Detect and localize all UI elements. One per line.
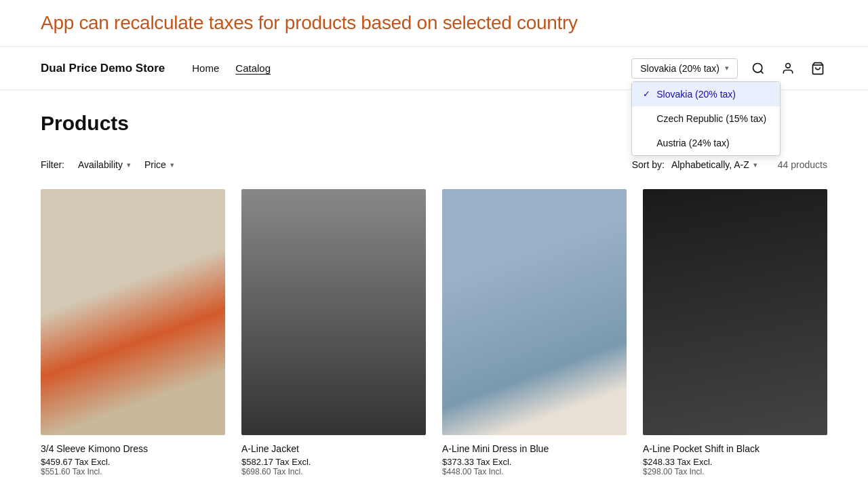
product-card[interactable]: A-Line Pocket Shift in Black $248.33 Tax…	[643, 189, 827, 476]
nav-home[interactable]: Home	[192, 62, 219, 74]
svg-point-0	[753, 63, 762, 72]
price-filter[interactable]: Price ▾	[139, 157, 180, 173]
product-name: A-Line Jacket	[241, 443, 426, 454]
chevron-down-icon: ▾	[170, 161, 174, 169]
product-card[interactable]: A-Line Mini Dress in Blue $373.33 Tax Ex…	[442, 189, 627, 476]
product-name: 3/4 Sleeve Kimono Dress	[41, 443, 225, 454]
availability-label: Availability	[78, 159, 123, 170]
dropdown-item-czech[interactable]: Czech Republic (15% tax)	[632, 106, 780, 131]
price-incl: $298.00 Tax Incl.	[643, 467, 827, 476]
search-button[interactable]	[749, 59, 768, 78]
price-incl: $551.60 Tax Incl.	[41, 467, 225, 476]
sort-button[interactable]: Alphabetically, A-Z ▾	[671, 159, 757, 170]
sort-label: Sort by:	[632, 159, 665, 170]
check-icon: ✓	[642, 89, 651, 99]
price-incl: $698.60 Tax Incl.	[241, 467, 426, 476]
price-excl: $582.17 Tax Excl.	[241, 457, 426, 467]
cart-icon	[811, 62, 825, 75]
svg-line-1	[761, 70, 764, 73]
banner-text: App can recalculate taxes for products b…	[41, 12, 578, 33]
chevron-down-icon: ▾	[725, 64, 729, 73]
country-option-label: Austria (24% tax)	[656, 138, 729, 148]
availability-filter[interactable]: Availability ▾	[73, 157, 136, 173]
price-excl: $459.67 Tax Excl.	[41, 457, 225, 467]
banner: App can recalculate taxes for products b…	[0, 0, 868, 47]
price-incl: $448.00 Tax Incl.	[442, 467, 627, 476]
filter-bar: Filter: Availability ▾ Price ▾ Sort by: …	[41, 157, 827, 173]
navigation: Home Catalog	[192, 62, 631, 74]
filter-label: Filter:	[41, 159, 64, 170]
country-select-button[interactable]: Slovakia (20% tax) ▾	[631, 58, 738, 79]
products-count: 44 products	[778, 159, 827, 170]
header: Dual Price Demo Store Home Catalog Slova…	[0, 47, 868, 90]
product-image	[643, 189, 827, 435]
selected-country: Slovakia (20% tax)	[640, 63, 719, 74]
price-excl: $248.33 Tax Excl.	[643, 457, 827, 467]
dropdown-item-slovakia[interactable]: ✓ Slovakia (20% tax)	[632, 82, 780, 106]
svg-point-2	[786, 63, 791, 68]
price-label: Price	[144, 159, 166, 170]
product-image	[41, 189, 225, 435]
product-image	[241, 189, 426, 435]
chevron-down-icon: ▾	[753, 161, 757, 169]
dropdown-item-austria[interactable]: Austria (24% tax)	[632, 131, 780, 155]
header-actions: Slovakia (20% tax) ▾ ✓ Slovakia (20% tax…	[631, 58, 827, 79]
product-image	[442, 189, 627, 435]
country-option-label: Czech Republic (15% tax)	[656, 113, 766, 124]
store-name: Dual Price Demo Store	[41, 62, 165, 75]
country-selector[interactable]: Slovakia (20% tax) ▾ ✓ Slovakia (20% tax…	[631, 58, 738, 79]
cart-button[interactable]	[808, 59, 827, 78]
chevron-down-icon: ▾	[127, 161, 131, 169]
product-card[interactable]: A-Line Jacket $582.17 Tax Excl. $698.60 …	[241, 189, 426, 476]
sort-section: Sort by: Alphabetically, A-Z ▾ 44 produc…	[632, 159, 827, 170]
account-icon	[781, 62, 795, 75]
country-dropdown: ✓ Slovakia (20% tax) Czech Republic (15%…	[631, 81, 781, 156]
product-name: A-Line Pocket Shift in Black	[643, 443, 827, 454]
product-grid: 3/4 Sleeve Kimono Dress $459.67 Tax Excl…	[41, 189, 827, 476]
search-icon	[751, 62, 765, 75]
sort-value: Alphabetically, A-Z	[671, 159, 749, 170]
nav-catalog[interactable]: Catalog	[235, 62, 271, 74]
product-card[interactable]: 3/4 Sleeve Kimono Dress $459.67 Tax Excl…	[41, 189, 225, 476]
product-name: A-Line Mini Dress in Blue	[442, 443, 627, 454]
price-excl: $373.33 Tax Excl.	[442, 457, 627, 467]
account-button[interactable]	[778, 59, 797, 78]
country-option-label: Slovakia (20% tax)	[656, 89, 736, 100]
